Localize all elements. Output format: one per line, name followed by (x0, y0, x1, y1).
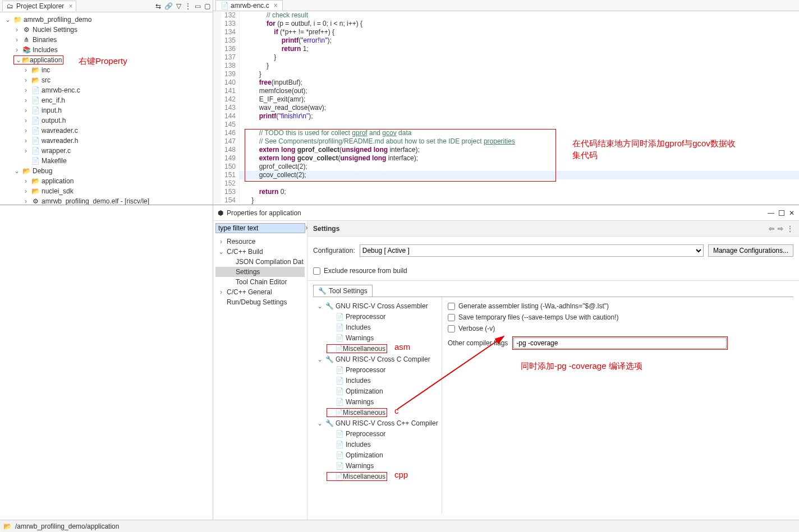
forward-icon[interactable]: ⇨ (778, 225, 783, 233)
nav-item[interactable]: Tool Chain Editor (215, 277, 305, 287)
tool-tree-item[interactable]: ⌄🔧GNU RISC-V Cross Assembler (314, 300, 440, 311)
tree-item[interactable]: ›📄wavreader.h (4, 136, 210, 146)
expand-icon[interactable]: › (22, 127, 29, 135)
project-explorer-tree[interactable]: ⌄📁amrwb_profiling_demo›⚙Nuclei Settings›… (0, 12, 213, 205)
filter-input[interactable] (215, 223, 305, 233)
tree-item[interactable]: ›📄output.h (4, 115, 210, 126)
editor-tab[interactable]: 📄 amrwb-enc.c × (215, 0, 283, 11)
code-line[interactable]: if (*p++ != *pref++) { (240, 28, 799, 36)
nav-item[interactable]: ›C/C++ General (215, 287, 305, 297)
expand-icon[interactable]: ⌄ (13, 167, 20, 175)
link-editor-icon[interactable]: 🔗 (164, 2, 173, 10)
expand-icon[interactable]: ⌄ (316, 419, 323, 427)
tool-tree-item[interactable]: 📄Warnings (314, 460, 440, 471)
tree-item[interactable]: ⌄📁amrwb_profiling_demo (4, 15, 210, 25)
close-icon[interactable]: ✕ (789, 209, 795, 217)
properties-nav-tree[interactable]: ›Resource⌄C/C++ BuildJSON Compilation Da… (215, 237, 305, 307)
filter-icon[interactable]: ▽ (176, 2, 181, 10)
tool-tree-item[interactable]: 📄Preprocessor (314, 428, 440, 439)
expand-icon[interactable]: › (22, 107, 29, 114)
nav-item[interactable]: JSON Compilation Dat (215, 257, 305, 267)
expand-icon[interactable]: › (218, 238, 224, 246)
code-line[interactable]: } (240, 70, 799, 78)
expand-icon[interactable]: › (22, 177, 29, 185)
maximize-icon[interactable] (779, 210, 784, 216)
other-flags-input[interactable] (513, 337, 727, 349)
tool-tree-item[interactable]: 📄Miscellaneous (314, 471, 440, 482)
code-line[interactable]: wav_read_close(wav); (240, 104, 799, 112)
code-line[interactable]: for (p = outbuf, i = 0; i < n; i++) { (240, 20, 799, 28)
tool-tree-item[interactable]: 📄Preprocessor (314, 311, 440, 322)
line-number: 146 (221, 129, 239, 137)
project-explorer-tab[interactable]: 🗂 Project Explorer × (2, 1, 76, 11)
nav-item[interactable]: ⌄C/C++ Build (215, 247, 305, 257)
tool-tree-item[interactable]: 📄Includes (314, 439, 440, 450)
expand-icon[interactable]: › (13, 26, 20, 34)
tool-settings-tab[interactable]: 🔧 Tool Settings (313, 285, 373, 297)
nav-item[interactable]: Settings (215, 267, 305, 277)
code-line[interactable]: return 0; (240, 188, 799, 196)
close-icon[interactable]: × (274, 2, 278, 10)
expand-icon[interactable]: › (13, 46, 20, 54)
tree-item[interactable]: 📄Makefile (4, 156, 210, 166)
exclude-resource-checkbox[interactable] (313, 267, 320, 275)
tree-item[interactable]: ›📄wrapper.c (4, 146, 210, 156)
gen-asm-listing-checkbox[interactable] (448, 303, 455, 310)
code-line[interactable] (240, 121, 799, 129)
tree-item[interactable]: ›📂application (4, 176, 210, 186)
menu-icon[interactable]: ⋮ (787, 225, 793, 233)
tree-item[interactable]: ›📄amrwb-enc.c (4, 85, 210, 95)
code-line[interactable]: // check result (240, 11, 799, 20)
minimize-icon[interactable]: ▭ (195, 2, 201, 10)
expand-icon[interactable]: › (22, 117, 29, 124)
code-line[interactable]: } (240, 196, 799, 205)
expand-icon[interactable]: › (22, 137, 29, 145)
tree-item[interactable]: ›⋔Binaries (4, 35, 210, 45)
tool-tree-item[interactable]: 📄Optimization (314, 450, 440, 460)
maximize-icon[interactable]: ▢ (204, 2, 210, 10)
code-editor[interactable]: 1321331341351361371381391401411421431441… (213, 11, 799, 205)
expand-icon[interactable]: › (22, 187, 29, 195)
tree-item[interactable]: ›⚙amrwb_profiling_demo.elf - [riscv/le] (4, 196, 210, 205)
minimize-icon[interactable]: — (768, 209, 774, 217)
nav-item[interactable]: Run/Debug Settings (215, 297, 305, 307)
expand-icon[interactable]: ⌄ (4, 16, 11, 24)
expand-icon[interactable]: › (22, 147, 29, 155)
expand-icon[interactable]: › (22, 96, 29, 104)
expand-icon[interactable]: › (13, 36, 20, 44)
tree-item[interactable]: ›📚Includes (4, 45, 210, 55)
expand-icon[interactable]: ⌄ (15, 56, 22, 64)
expand-icon[interactable]: › (22, 76, 29, 84)
save-temps-checkbox[interactable] (448, 314, 455, 321)
back-icon[interactable]: ⇦ (769, 225, 774, 233)
expand-icon[interactable]: ⌄ (316, 302, 323, 310)
code-line[interactable]: return 1; (240, 45, 799, 53)
code-line[interactable]: printf("error!\n"); (240, 36, 799, 45)
expand-icon[interactable]: ⌄ (316, 355, 323, 363)
code-line[interactable]: } (240, 62, 799, 70)
tree-item[interactable]: ›📄input.h (4, 105, 210, 115)
configuration-select[interactable]: Debug [ Active ] (360, 244, 704, 257)
code-line[interactable]: } (240, 53, 799, 62)
expand-icon[interactable]: › (22, 66, 29, 74)
nav-item[interactable]: ›Resource (215, 237, 305, 247)
manage-configurations-button[interactable]: Manage Configurations... (708, 244, 793, 257)
expand-icon[interactable]: › (218, 288, 224, 296)
expand-icon[interactable]: ⌄ (218, 248, 224, 256)
code-line[interactable]: memfclose(out); (240, 87, 799, 95)
collapse-all-icon[interactable]: ⇆ (155, 2, 161, 10)
code-line[interactable]: printf("finish\r\n"); (240, 112, 799, 121)
expand-icon[interactable]: › (22, 86, 29, 94)
tree-item[interactable]: ⌄📂Debug (4, 166, 210, 176)
close-icon[interactable]: × (68, 2, 72, 10)
tree-item[interactable]: ›📂src (4, 75, 210, 85)
code-line[interactable]: free(inputBuf); (240, 78, 799, 87)
tree-item[interactable]: ›📄wavreader.c (4, 126, 210, 136)
expand-icon[interactable]: › (22, 197, 29, 205)
tree-item[interactable]: ›⚙Nuclei Settings (4, 25, 210, 35)
code-line[interactable]: E_IF_exit(amr); (240, 95, 799, 104)
properties-titlebar[interactable]: ⬢ Properties for application — ✕ (213, 205, 799, 221)
tree-item[interactable]: ›📂nuclei_sdk (4, 186, 210, 196)
view-menu-icon[interactable]: ⋮ (185, 2, 191, 10)
tree-item[interactable]: ›📄enc_if.h (4, 95, 210, 105)
